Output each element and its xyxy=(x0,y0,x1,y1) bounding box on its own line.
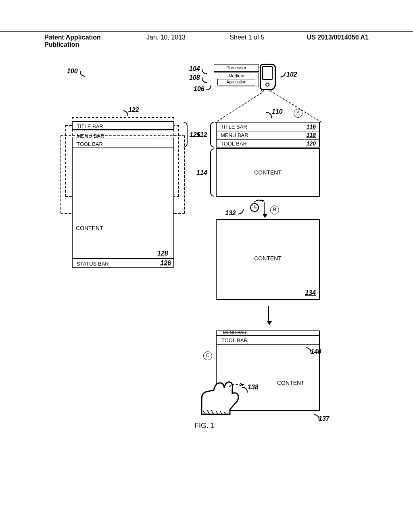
ref-106: 106 xyxy=(194,85,204,93)
ref-122: 122 xyxy=(128,106,139,114)
device-dot1-icon xyxy=(261,89,264,92)
clock-hand2 xyxy=(254,208,257,208)
window-110-header: TITLE BAR MENU BAR TOOL BAR 116 118 120 xyxy=(216,122,320,148)
dash-menu-top xyxy=(72,131,174,131)
device-screen-icon xyxy=(262,66,273,80)
svg-line-0 xyxy=(215,93,262,123)
clock-icon xyxy=(250,203,259,212)
tool-bar-122: TOOL BAR xyxy=(72,139,174,148)
device-button-icon xyxy=(265,83,269,87)
svg-line-1 xyxy=(273,93,322,123)
content-122-label: CONTENT xyxy=(76,225,103,231)
ref-102: 102 xyxy=(286,71,297,78)
lead-106 xyxy=(206,85,211,90)
window-B: CONTENT 134 xyxy=(216,219,320,300)
ref-120: 120 xyxy=(307,140,316,147)
bracket-114 xyxy=(210,148,214,197)
ref-104: 104 xyxy=(189,65,200,73)
ref-134: 134 xyxy=(305,289,316,297)
divC2 xyxy=(217,344,319,345)
box-medium: Medium Application xyxy=(214,73,259,87)
title-bar-110: TITLE BAR xyxy=(218,123,250,131)
arrow-110-to-B xyxy=(264,202,265,214)
lead-108 xyxy=(202,77,207,83)
tool-bar-110: TOOL BAR xyxy=(218,139,249,148)
lead-104 xyxy=(202,69,207,74)
ref-110: 110 xyxy=(272,108,283,115)
marker-C-right: C xyxy=(203,351,212,360)
bracket-112 xyxy=(210,122,214,148)
device-dot2-icon xyxy=(269,89,272,92)
content-C-label: CONTENT xyxy=(277,380,305,386)
title-bar-122: TITLE BAR xyxy=(72,121,174,130)
arrow-B-to-C xyxy=(268,306,269,322)
figure-title: FIG. 1 xyxy=(194,422,215,430)
box-processor: Processor xyxy=(214,64,259,72)
ref-137: 137 xyxy=(319,415,330,422)
ref-125: 125 xyxy=(190,131,200,139)
marker-B-right: B xyxy=(270,206,279,214)
window-122-body xyxy=(72,148,174,264)
ref-140: 140 xyxy=(311,348,321,355)
ref-128: 128 xyxy=(157,250,168,257)
ref-118: 118 xyxy=(307,132,316,138)
ref-126: 126 xyxy=(160,260,171,267)
ref-132: 132 xyxy=(225,210,236,217)
label-medium: Medium xyxy=(214,73,259,79)
marker-A-right: A xyxy=(294,109,302,118)
figure-1: 100 Processor Medium Application 104 108… xyxy=(0,60,413,484)
ref-116: 116 xyxy=(307,123,316,130)
divC1 xyxy=(217,335,319,336)
status-bar-122: STATUS BAR 126 xyxy=(72,258,174,268)
ref-114: 114 xyxy=(196,169,207,177)
ref-138: 138 xyxy=(248,384,259,391)
lead-132 xyxy=(238,209,244,214)
tool-bar-122-label: TOOL BAR xyxy=(74,140,105,148)
ref-108: 108 xyxy=(189,74,200,81)
tool-bar-C-label: TOOL BAR xyxy=(219,336,250,345)
box-application: Application xyxy=(217,79,255,85)
pub-date: Jan. 10, 2013 xyxy=(125,34,206,48)
pub-number: US 2013/0014050 A1 xyxy=(288,34,413,48)
title-bar-122-label: TITLE BAR xyxy=(74,122,106,131)
page-header: Patent Application Publication Jan. 10, … xyxy=(0,31,413,48)
window-110-content: CONTENT xyxy=(216,148,320,197)
ref-100: 100 xyxy=(67,68,78,75)
pub-label: Patent Application Publication xyxy=(0,34,125,48)
sheet-number: Sheet 1 of 5 xyxy=(206,34,288,48)
content-B-label: CONTENT xyxy=(217,220,319,297)
dash-menu-bot xyxy=(72,139,174,139)
lead-122 xyxy=(123,110,128,116)
lead-102 xyxy=(280,72,286,77)
menu-bar-110: MENU BAR xyxy=(218,131,251,139)
lead-100 xyxy=(80,71,86,77)
status-bar-label: STATUS BAR xyxy=(74,260,111,268)
hand-gesture-icon xyxy=(198,371,250,415)
